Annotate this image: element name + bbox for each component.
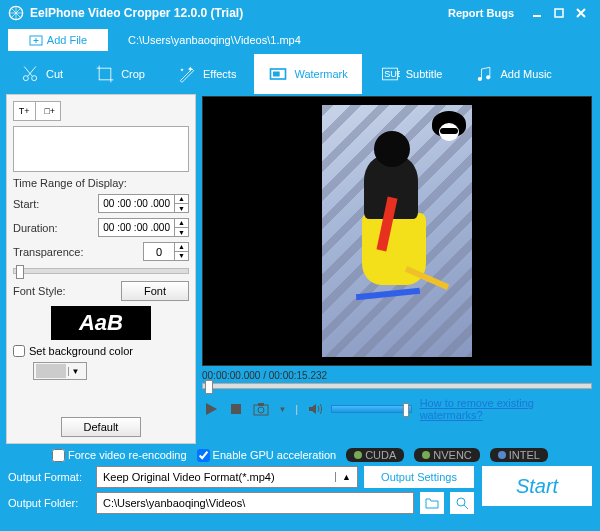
crop-icon [95, 64, 115, 84]
report-bugs-link[interactable]: Report Bugs [448, 7, 514, 19]
app-logo-icon [8, 5, 24, 21]
svg-point-17 [457, 498, 465, 506]
play-button[interactable] [202, 400, 219, 418]
close-button[interactable] [570, 3, 592, 23]
output-settings-button[interactable]: Output Settings [364, 466, 474, 488]
duration-time-input[interactable]: 00 :00 :00 .000 ▲▼ [98, 218, 189, 237]
tab-subtitle[interactable]: SUB Subtitle [366, 54, 457, 94]
timecode-label: 00:00:00.000 / 00:00:15.232 [202, 370, 592, 381]
default-button[interactable]: Default [61, 417, 141, 437]
start-down-button[interactable]: ▼ [175, 204, 188, 213]
color-swatch [36, 364, 66, 378]
snapshot-button[interactable] [252, 400, 269, 418]
add-text-watermark-button[interactable]: T+ [14, 102, 36, 120]
subtitle-icon: SUB [380, 64, 400, 84]
svg-rect-6 [99, 68, 111, 80]
font-style-label: Font Style: [13, 285, 79, 297]
browse-folder-button[interactable] [420, 492, 444, 514]
color-dropdown-icon[interactable]: ▼ [68, 367, 82, 376]
output-folder-input[interactable] [96, 492, 414, 514]
app-title: EelPhone Video Cropper 12.0.0 (Trial) [30, 6, 243, 20]
svg-rect-2 [555, 9, 563, 17]
tab-crop[interactable]: Crop [81, 54, 159, 94]
bg-color-checkbox[interactable]: Set background color [13, 345, 189, 357]
trans-up-button[interactable]: ▲ [175, 243, 188, 252]
svg-point-11 [478, 77, 482, 81]
music-icon [474, 64, 494, 84]
force-reencode-checkbox[interactable]: Force video re-encoding [52, 449, 187, 462]
start-label: Start: [13, 198, 79, 210]
output-folder-label: Output Folder: [8, 497, 90, 509]
tab-cut[interactable]: Cut [6, 54, 77, 94]
svg-point-15 [258, 407, 264, 413]
intel-badge: INTEL [490, 448, 548, 462]
svg-point-12 [487, 75, 491, 79]
output-format-select[interactable]: Keep Original Video Format(*.mp4) ▲ [96, 466, 358, 488]
font-preview: AaB [51, 306, 151, 340]
remove-watermarks-link[interactable]: How to remove existing watermarks? [420, 397, 592, 421]
stop-button[interactable] [227, 400, 244, 418]
bg-color-picker[interactable]: ▼ [33, 362, 87, 380]
search-icon [455, 496, 469, 510]
font-button[interactable]: Font [121, 281, 189, 301]
start-button[interactable]: Start [482, 466, 592, 506]
volume-slider[interactable] [331, 405, 411, 413]
output-format-label: Output Format: [8, 471, 90, 483]
tab-effects[interactable]: Effects [163, 54, 250, 94]
watermark-overlay[interactable] [432, 111, 466, 145]
svg-text:SUB: SUB [384, 69, 400, 79]
transparence-input[interactable]: 0 ▲▼ [143, 242, 189, 261]
duration-up-button[interactable]: ▲ [175, 219, 188, 228]
tab-watermark[interactable]: Watermark [254, 54, 361, 94]
svg-rect-8 [273, 72, 280, 77]
folder-icon [425, 497, 439, 509]
time-range-label: Time Range of Display: [13, 177, 189, 189]
minimize-button[interactable] [526, 3, 548, 23]
watermark-panel: T+ □+ Time Range of Display: Start: 00 :… [6, 94, 196, 444]
file-path-label: C:\Users\yanbaoqing\Videos\1.mp4 [128, 34, 301, 46]
tab-add-music[interactable]: Add Music [460, 54, 565, 94]
format-dropdown-icon[interactable]: ▲ [335, 472, 357, 482]
transparence-label: Transparence: [13, 246, 84, 258]
add-file-icon [29, 33, 43, 47]
trans-down-button[interactable]: ▼ [175, 252, 188, 260]
video-preview[interactable] [202, 96, 592, 366]
open-folder-button[interactable] [450, 492, 474, 514]
transparence-slider[interactable] [13, 268, 189, 274]
svg-rect-13 [231, 404, 241, 414]
nvenc-badge: NVENC [414, 448, 480, 462]
duration-down-button[interactable]: ▼ [175, 228, 188, 237]
volume-icon[interactable] [306, 400, 323, 418]
maximize-button[interactable] [548, 3, 570, 23]
gpu-accel-checkbox[interactable]: Enable GPU acceleration [197, 449, 337, 462]
add-file-button[interactable]: Add File [8, 29, 108, 51]
svg-rect-16 [258, 403, 264, 406]
effects-icon [177, 64, 197, 84]
add-image-watermark-button[interactable]: □+ [40, 102, 61, 120]
cut-icon [20, 64, 40, 84]
start-up-button[interactable]: ▲ [175, 195, 188, 204]
seek-slider[interactable] [202, 383, 592, 389]
duration-label: Duration: [13, 222, 79, 234]
cuda-badge: CUDA [346, 448, 404, 462]
watermark-icon [268, 64, 288, 84]
start-time-input[interactable]: 00 :00 :00 .000 ▲▼ [98, 194, 189, 213]
watermark-list[interactable] [13, 126, 189, 172]
snapshot-dropdown-icon[interactable]: ▼ [278, 400, 288, 418]
